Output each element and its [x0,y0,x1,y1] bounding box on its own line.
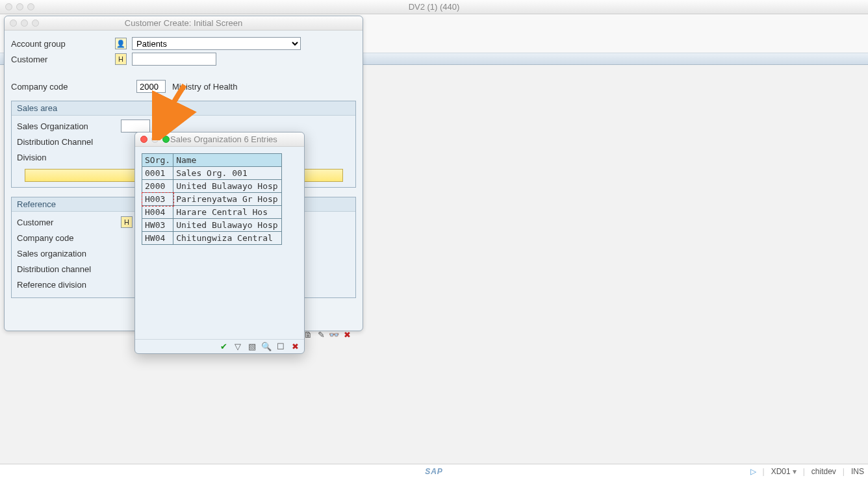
table-row[interactable]: 2000United Bulawayo Hosp [142,180,282,193]
pencil-icon[interactable]: ✎ [316,329,326,340]
outer-titlebar: DV2 (1) (440) [0,0,868,14]
tcode-display[interactable]: XD01 [771,467,797,476]
customer-input[interactable] [132,53,216,66]
table-row[interactable]: H003Parirenyatwa Gr Hosp [142,193,282,206]
sales-org-input[interactable] [121,120,150,132]
division-label: Division [17,153,121,162]
table-row[interactable]: H004Harare Central Hos [142,206,282,219]
ref-customer-label: Customer [17,218,121,227]
f4-table: SOrg. Name 0001Sales Org. 001 2000United… [142,153,282,245]
account-group-select[interactable]: Patients [132,37,301,50]
status-bar: SAP ▷ | XD01 | chitdev | INS [0,464,868,478]
col-name[interactable]: Name [173,154,282,167]
page-icon[interactable]: ☐ [275,342,286,352]
glasses-icon[interactable]: 👓 [329,329,339,340]
filter-icon[interactable]: ▽ [233,342,243,352]
inner-titlebar: Customer Create: Initial Screen [5,16,363,31]
insert-mode: INS [851,467,864,476]
side-tools: 🗎 ✎ 👓 ✖ [303,329,352,340]
check-icon[interactable]: ✔ [218,342,229,352]
account-group-label: Account group [11,39,115,49]
inner-window-title: Customer Create: Initial Screen [5,18,363,28]
sap-logo: SAP [425,467,443,476]
dist-channel-label: Distribution Channel [17,137,121,147]
ref-company-code-label: Company code [17,233,121,243]
popup-titlebar: Sales Organization 6 Entries [135,132,304,147]
filter2-icon[interactable]: ▧ [247,342,257,352]
traffic-lights-outer [5,3,34,10]
binoculars-icon[interactable]: 🔍 [261,342,272,352]
close-icon[interactable]: ✖ [290,342,300,352]
table-row[interactable]: 0001Sales Org. 001 [142,167,282,180]
col-sorg[interactable]: SOrg. [142,154,173,167]
table-row[interactable]: HW04Chitungwiza Central [142,232,282,245]
traffic-min[interactable] [16,3,23,10]
app-window: DV2 (1) (440) Customer Create: Initial S… [0,0,868,478]
session-indicator-icon[interactable]: ▷ [750,467,756,476]
popup-title: Sales Organization 6 Entries [161,134,304,144]
f4-popup: Sales Organization 6 Entries SOrg. Name … [134,132,305,354]
traffic-min[interactable] [151,136,159,143]
table-row[interactable]: HW03United Bulawayo Hosp [142,219,282,232]
close-icon[interactable]: ✖ [342,329,352,340]
sales-org-label: Sales Organization [17,121,121,131]
company-code-name: Ministry of Health [172,82,237,92]
sales-area-title: Sales area [12,101,355,116]
history-icon[interactable]: H [121,216,133,228]
person-icon[interactable]: 👤 [115,38,127,49]
user-display: chitdev [811,467,836,476]
ref-sales-org-label: Sales organization [17,249,121,258]
traffic-close[interactable] [5,3,12,10]
ref-division-label: Reference division [17,280,121,290]
history-icon[interactable]: H [115,53,127,65]
outer-window-title: DV2 (1) (440) [0,2,868,12]
ref-dist-channel-label: Distribution channel [17,264,121,274]
popup-toolbar: ✔ ▽ ▧ 🔍 ☐ ✖ [135,339,304,353]
customer-label: Customer [11,55,115,64]
traffic-close[interactable] [140,136,147,143]
traffic-max[interactable] [27,3,34,10]
company-code-input[interactable] [136,80,166,93]
company-code-label: Company code [11,82,136,92]
